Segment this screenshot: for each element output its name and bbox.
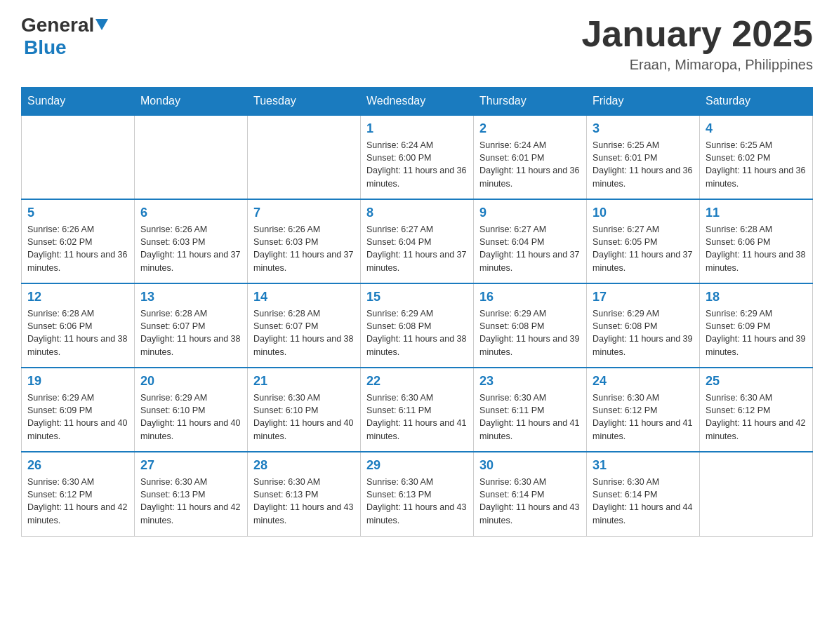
calendar-body: 1Sunrise: 6:24 AMSunset: 6:00 PMDaylight… — [22, 115, 813, 536]
day-info: Sunrise: 6:30 AMSunset: 6:13 PMDaylight:… — [253, 476, 355, 527]
page-header: General Blue January 2025 Eraan, Mimarop… — [21, 14, 813, 73]
calendar-cell: 31Sunrise: 6:30 AMSunset: 6:14 PMDayligh… — [587, 452, 700, 536]
calendar-week-row: 19Sunrise: 6:29 AMSunset: 6:09 PMDayligh… — [22, 368, 813, 452]
day-info: Sunrise: 6:27 AMSunset: 6:04 PMDaylight:… — [479, 223, 581, 274]
day-info: Sunrise: 6:28 AMSunset: 6:06 PMDaylight:… — [27, 307, 128, 358]
calendar-cell: 1Sunrise: 6:24 AMSunset: 6:00 PMDaylight… — [361, 115, 474, 199]
day-info: Sunrise: 6:30 AMSunset: 6:10 PMDaylight:… — [253, 391, 355, 443]
calendar-cell: 26Sunrise: 6:30 AMSunset: 6:12 PMDayligh… — [22, 452, 135, 536]
calendar-cell: 9Sunrise: 6:27 AMSunset: 6:04 PMDaylight… — [474, 199, 587, 283]
day-info: Sunrise: 6:30 AMSunset: 6:13 PMDaylight:… — [140, 476, 241, 527]
calendar-cell: 15Sunrise: 6:29 AMSunset: 6:08 PMDayligh… — [361, 283, 474, 368]
day-number: 16 — [479, 290, 581, 304]
calendar-cell: 22Sunrise: 6:30 AMSunset: 6:11 PMDayligh… — [361, 368, 474, 452]
calendar-subtitle: Eraan, Mimaropa, Philippines — [581, 57, 813, 73]
day-info: Sunrise: 6:27 AMSunset: 6:05 PMDaylight:… — [593, 223, 694, 274]
day-number: 27 — [140, 458, 241, 473]
day-number: 2 — [479, 121, 581, 136]
day-info: Sunrise: 6:26 AMSunset: 6:03 PMDaylight:… — [253, 223, 355, 274]
title-section: January 2025 Eraan, Mimaropa, Philippine… — [581, 14, 813, 73]
day-info: Sunrise: 6:30 AMSunset: 6:13 PMDaylight:… — [366, 476, 468, 527]
calendar-cell — [135, 115, 248, 199]
day-number: 6 — [140, 206, 241, 220]
day-number: 24 — [593, 374, 694, 389]
calendar-cell: 6Sunrise: 6:26 AMSunset: 6:03 PMDaylight… — [135, 199, 248, 283]
calendar-cell: 20Sunrise: 6:29 AMSunset: 6:10 PMDayligh… — [135, 368, 248, 452]
calendar-cell: 29Sunrise: 6:30 AMSunset: 6:13 PMDayligh… — [361, 452, 474, 536]
day-number: 18 — [706, 290, 807, 304]
day-info: Sunrise: 6:26 AMSunset: 6:02 PMDaylight:… — [27, 223, 128, 274]
calendar-cell: 18Sunrise: 6:29 AMSunset: 6:09 PMDayligh… — [700, 283, 813, 368]
day-info: Sunrise: 6:24 AMSunset: 6:00 PMDaylight:… — [366, 139, 468, 190]
calendar-cell: 27Sunrise: 6:30 AMSunset: 6:13 PMDayligh… — [135, 452, 248, 536]
calendar-week-row: 5Sunrise: 6:26 AMSunset: 6:02 PMDaylight… — [22, 199, 813, 283]
day-info: Sunrise: 6:30 AMSunset: 6:14 PMDaylight:… — [593, 476, 694, 527]
day-number: 8 — [366, 206, 468, 220]
day-number: 7 — [253, 206, 355, 220]
day-number: 15 — [366, 290, 468, 304]
day-number: 29 — [366, 458, 468, 473]
calendar-cell: 12Sunrise: 6:28 AMSunset: 6:06 PMDayligh… — [22, 283, 135, 368]
day-number: 22 — [366, 374, 468, 389]
day-info: Sunrise: 6:30 AMSunset: 6:12 PMDaylight:… — [593, 391, 694, 443]
day-info: Sunrise: 6:28 AMSunset: 6:07 PMDaylight:… — [253, 307, 355, 358]
day-info: Sunrise: 6:29 AMSunset: 6:08 PMDaylight:… — [593, 307, 694, 358]
day-info: Sunrise: 6:30 AMSunset: 6:14 PMDaylight:… — [479, 476, 581, 527]
calendar-cell: 3Sunrise: 6:25 AMSunset: 6:01 PMDaylight… — [587, 115, 700, 199]
calendar-header: SundayMondayTuesdayWednesdayThursdayFrid… — [22, 88, 813, 116]
day-number: 30 — [479, 458, 581, 473]
calendar-cell: 11Sunrise: 6:28 AMSunset: 6:06 PMDayligh… — [700, 199, 813, 283]
day-info: Sunrise: 6:26 AMSunset: 6:03 PMDaylight:… — [140, 223, 241, 274]
day-number: 21 — [253, 374, 355, 389]
calendar-cell: 17Sunrise: 6:29 AMSunset: 6:08 PMDayligh… — [587, 283, 700, 368]
day-number: 23 — [479, 374, 581, 389]
day-number: 28 — [253, 458, 355, 473]
header-row: SundayMondayTuesdayWednesdayThursdayFrid… — [22, 88, 813, 116]
calendar-cell: 13Sunrise: 6:28 AMSunset: 6:07 PMDayligh… — [135, 283, 248, 368]
logo-triangle-icon — [95, 19, 108, 30]
day-info: Sunrise: 6:30 AMSunset: 6:11 PMDaylight:… — [479, 391, 581, 443]
calendar-cell: 2Sunrise: 6:24 AMSunset: 6:01 PMDaylight… — [474, 115, 587, 199]
day-number: 20 — [140, 374, 241, 389]
header-tuesday: Tuesday — [248, 88, 361, 116]
day-info: Sunrise: 6:28 AMSunset: 6:06 PMDaylight:… — [706, 223, 807, 274]
day-info: Sunrise: 6:29 AMSunset: 6:10 PMDaylight:… — [140, 391, 241, 443]
calendar-cell: 5Sunrise: 6:26 AMSunset: 6:02 PMDaylight… — [22, 199, 135, 283]
calendar-week-row: 26Sunrise: 6:30 AMSunset: 6:12 PMDayligh… — [22, 452, 813, 536]
day-number: 13 — [140, 290, 241, 304]
calendar-cell: 30Sunrise: 6:30 AMSunset: 6:14 PMDayligh… — [474, 452, 587, 536]
day-info: Sunrise: 6:27 AMSunset: 6:04 PMDaylight:… — [366, 223, 468, 274]
day-number: 17 — [593, 290, 694, 304]
calendar-table: SundayMondayTuesdayWednesdayThursdayFrid… — [21, 87, 813, 537]
day-info: Sunrise: 6:29 AMSunset: 6:09 PMDaylight:… — [706, 307, 807, 358]
calendar-cell: 8Sunrise: 6:27 AMSunset: 6:04 PMDaylight… — [361, 199, 474, 283]
day-info: Sunrise: 6:24 AMSunset: 6:01 PMDaylight:… — [479, 139, 581, 190]
calendar-title: January 2025 — [581, 14, 813, 54]
calendar-cell: 16Sunrise: 6:29 AMSunset: 6:08 PMDayligh… — [474, 283, 587, 368]
day-number: 12 — [27, 290, 128, 304]
calendar-cell: 23Sunrise: 6:30 AMSunset: 6:11 PMDayligh… — [474, 368, 587, 452]
header-sunday: Sunday — [22, 88, 135, 116]
day-number: 31 — [593, 458, 694, 473]
calendar-cell: 21Sunrise: 6:30 AMSunset: 6:10 PMDayligh… — [248, 368, 361, 452]
logo-text: General Blue — [21, 14, 108, 59]
day-number: 1 — [366, 121, 468, 136]
calendar-cell: 14Sunrise: 6:28 AMSunset: 6:07 PMDayligh… — [248, 283, 361, 368]
day-number: 9 — [479, 206, 581, 220]
header-saturday: Saturday — [700, 88, 813, 116]
header-monday: Monday — [135, 88, 248, 116]
logo: General Blue — [21, 14, 108, 59]
day-info: Sunrise: 6:30 AMSunset: 6:12 PMDaylight:… — [706, 391, 807, 443]
header-thursday: Thursday — [474, 88, 587, 116]
calendar-cell: 10Sunrise: 6:27 AMSunset: 6:05 PMDayligh… — [587, 199, 700, 283]
day-info: Sunrise: 6:30 AMSunset: 6:11 PMDaylight:… — [366, 391, 468, 443]
calendar-cell — [700, 452, 813, 536]
day-info: Sunrise: 6:25 AMSunset: 6:02 PMDaylight:… — [706, 139, 807, 190]
logo-general: General — [21, 14, 94, 36]
calendar-cell: 7Sunrise: 6:26 AMSunset: 6:03 PMDaylight… — [248, 199, 361, 283]
day-number: 19 — [27, 374, 128, 389]
day-number: 3 — [593, 121, 694, 136]
calendar-cell — [248, 115, 361, 199]
day-number: 14 — [253, 290, 355, 304]
logo-blue: Blue — [24, 36, 67, 58]
